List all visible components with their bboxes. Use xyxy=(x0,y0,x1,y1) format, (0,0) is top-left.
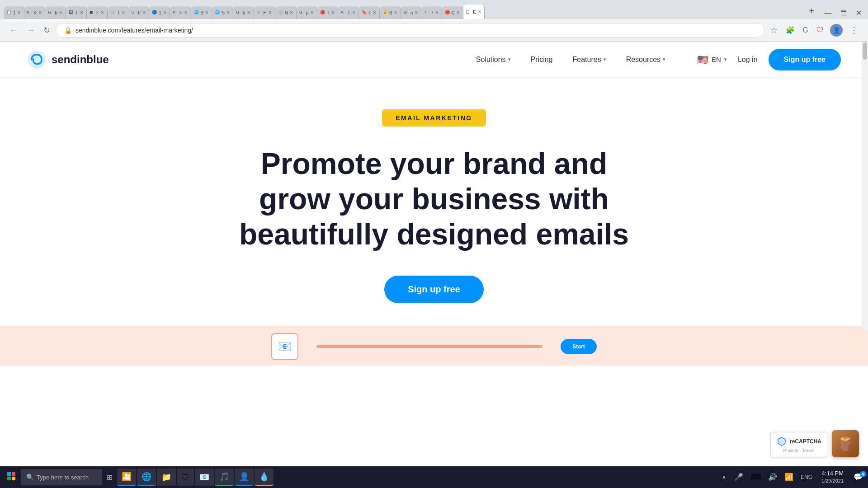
tab-21[interactable]: 77× xyxy=(421,6,442,19)
tab-14[interactable]: 🛒N× xyxy=(275,6,297,19)
recaptcha-icon xyxy=(776,436,787,447)
taskbar-app-mail[interactable]: 📧 xyxy=(195,469,214,486)
lock-icon: 🔒 xyxy=(64,27,72,34)
taskbar: 🔍 Type here to search ⊞ 🎦 🌐 📁 🛡 📧 🎵 👤 💧 … xyxy=(0,466,868,488)
hero-title: Promote your brand and grow your busines… xyxy=(239,146,629,252)
browser-chrome: 📋1× KK× Gb× 🖼T× ◼F× 🛒T× SF× 🔵1× PP× 🌐S× … xyxy=(0,0,868,42)
extension-grammarly[interactable]: G xyxy=(800,25,811,35)
logo-icon xyxy=(27,50,46,69)
tab-19[interactable]: 💰B× xyxy=(380,6,401,19)
taskbar-app-avatar[interactable]: 👤 xyxy=(235,469,254,486)
tray-volume[interactable]: 🔊 xyxy=(766,472,779,482)
svg-point-1 xyxy=(777,437,786,446)
signup-button-nav[interactable]: Sign up free xyxy=(769,49,841,70)
back-button[interactable]: ← xyxy=(6,24,21,36)
tab-6[interactable]: 🛒T× xyxy=(108,6,128,19)
tray-microphone[interactable]: 🎤 xyxy=(732,472,745,482)
features-chevron: ▾ xyxy=(604,56,606,62)
nav-solutions[interactable]: Solutions ▾ xyxy=(476,56,511,64)
tab-11[interactable]: 🌐S× xyxy=(212,6,233,19)
login-link[interactable]: Log in xyxy=(738,56,758,64)
solutions-chevron: ▾ xyxy=(508,56,511,62)
hero-signup-button[interactable]: Sign up free xyxy=(384,276,484,303)
tab-10[interactable]: 🌐S× xyxy=(191,6,212,19)
taskbar-task-view[interactable]: ⊞ xyxy=(103,471,116,483)
pink-section-peek: 📧 Start xyxy=(0,326,868,366)
tab-12[interactable]: Gh× xyxy=(233,6,254,19)
nav-pricing[interactable]: Pricing xyxy=(531,56,553,64)
tab-8[interactable]: 🔵1× xyxy=(149,6,170,19)
tab-9[interactable]: PP× xyxy=(170,6,191,19)
tab-4[interactable]: 🖼T× xyxy=(66,6,87,19)
logo-text: sendinblue xyxy=(52,53,109,66)
svg-rect-4 xyxy=(7,477,11,480)
scrollbar-thumb[interactable] xyxy=(863,42,867,60)
new-tab-button[interactable]: + xyxy=(803,6,820,16)
floating-widget[interactable]: 🪵 xyxy=(832,430,859,457)
notification-button[interactable]: 💬 6 xyxy=(851,472,865,482)
bookmark-button[interactable]: ☆ xyxy=(768,24,780,36)
tray-keyboard[interactable]: ⌨ xyxy=(749,472,763,482)
taskbar-app-security[interactable]: 🛡 xyxy=(177,469,194,486)
extension-ublock[interactable]: 🛡 xyxy=(814,25,826,35)
scrollbar-track[interactable] xyxy=(862,42,868,331)
taskbar-app-spotify[interactable]: 🎵 xyxy=(215,469,234,486)
tray-network[interactable]: 📶 xyxy=(783,472,795,482)
forward-button[interactable]: → xyxy=(24,24,38,36)
tab-22[interactable]: 🔴C× xyxy=(442,6,463,19)
taskbar-app-zoom[interactable]: 🎦 xyxy=(117,469,136,486)
window-close[interactable]: ✕ xyxy=(851,7,866,19)
url-text: sendinblue.com/features/email-marketing/ xyxy=(75,27,756,34)
extension-puzzle[interactable]: 🧩 xyxy=(783,25,797,35)
language-selector[interactable]: 🇺🇸 EN ▾ xyxy=(697,54,727,65)
tab-23-active[interactable]: EE× xyxy=(463,5,485,19)
clock-date: 1/29/2021 xyxy=(821,478,844,484)
nav-links: Solutions ▾ Pricing Features ▾ Resources… xyxy=(476,56,665,64)
reload-button[interactable]: ↻ xyxy=(41,24,53,36)
tab-13[interactable]: HH× xyxy=(254,6,275,19)
system-tray: ∧ 🎤 ⌨ 🔊 📶 ENG 4:14 PM 1/29/2021 💬 6 xyxy=(719,469,865,485)
tab-18[interactable]: 🔖T× xyxy=(359,6,380,19)
website-content: sendinblue Solutions ▾ Pricing Features … xyxy=(0,42,868,366)
browser-toolbar: ← → ↻ 🔒 sendinblue.com/features/email-ma… xyxy=(0,19,868,42)
nav-right: 🇺🇸 EN ▾ Log in Sign up free xyxy=(697,49,841,70)
recaptcha-links: Privacy - Terms xyxy=(783,448,815,453)
hero-section: EMAIL MARKETING Promote your brand and g… xyxy=(0,78,868,326)
svg-point-0 xyxy=(28,51,46,69)
flag-icon: 🇺🇸 xyxy=(697,54,708,65)
notification-badge: 6 xyxy=(860,471,866,477)
nav-resources[interactable]: Resources ▾ xyxy=(626,56,665,64)
address-bar[interactable]: 🔒 sendinblue.com/features/email-marketin… xyxy=(56,23,765,38)
tab-16[interactable]: 🔴T× xyxy=(317,6,338,19)
lang-chevron: ▾ xyxy=(724,56,727,62)
tab-3[interactable]: Gb× xyxy=(45,6,66,19)
profile-button[interactable]: 👤 xyxy=(829,23,844,38)
window-maximize[interactable]: 🗖 xyxy=(836,8,851,19)
svg-rect-2 xyxy=(7,472,11,476)
svg-rect-5 xyxy=(12,477,15,480)
tab-17[interactable]: AT× xyxy=(338,6,359,19)
taskbar-app-edge[interactable]: 🌐 xyxy=(137,469,156,486)
tabs-container: 📋1× KK× Gb× 🖼T× ◼F× 🛒T× SF× 🔵1× PP× 🌐S× … xyxy=(4,1,803,19)
lang-text: EN xyxy=(712,56,721,63)
tray-overflow[interactable]: ∧ xyxy=(719,473,729,481)
tab-2[interactable]: KK× xyxy=(24,6,46,19)
window-minimize[interactable]: — xyxy=(820,7,836,19)
tray-lang: ENG xyxy=(799,474,814,480)
recaptcha-badge: reCAPTCHA Privacy - Terms xyxy=(770,432,827,457)
site-logo[interactable]: sendinblue xyxy=(27,50,109,69)
browser-tab-bar: 📋1× KK× Gb× 🖼T× ◼F× 🛒T× SF× 🔵1× PP× 🌐S× … xyxy=(0,0,868,19)
hero-badge: EMAIL MARKETING xyxy=(382,109,486,127)
tab-5[interactable]: ◼F× xyxy=(87,6,108,19)
tab-1[interactable]: 📋1× xyxy=(4,6,24,19)
site-navigation: sendinblue Solutions ▾ Pricing Features … xyxy=(0,42,868,78)
tab-7[interactable]: SF× xyxy=(128,6,149,19)
taskbar-app-paint[interactable]: 💧 xyxy=(255,469,274,486)
taskbar-search[interactable]: 🔍 Type here to search xyxy=(21,469,102,485)
start-button[interactable] xyxy=(3,470,20,484)
taskbar-app-explorer[interactable]: 📁 xyxy=(157,469,176,486)
tab-20[interactable]: Gn× xyxy=(401,6,422,19)
menu-button[interactable]: ⋮ xyxy=(846,24,862,36)
nav-features[interactable]: Features ▾ xyxy=(572,56,606,64)
tab-15[interactable]: Gp× xyxy=(297,6,317,19)
